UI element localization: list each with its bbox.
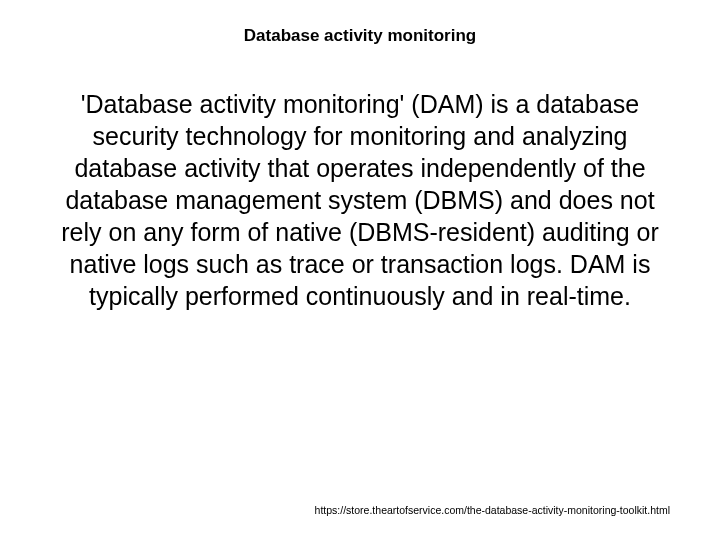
footer-link: https://store.theartofservice.com/the-da… bbox=[315, 504, 670, 516]
slide-body-text: 'Database activity monitoring' (DAM) is … bbox=[50, 88, 670, 312]
slide-container: Database activity monitoring 'Database a… bbox=[0, 0, 720, 540]
slide-title: Database activity monitoring bbox=[50, 26, 670, 46]
